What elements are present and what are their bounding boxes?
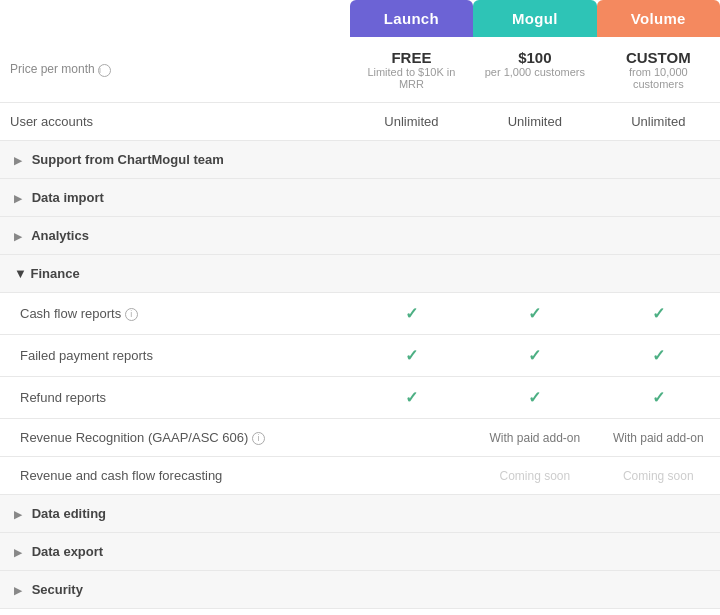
cash-flow-forecasting-row: Revenue and cash flow forecasting Coming… (0, 457, 720, 495)
arrow-right-icon-3: ▶ (14, 231, 22, 242)
mogul-cash-flow: ✓ (473, 293, 596, 335)
section-data-editing-label[interactable]: ▶ Data editing (0, 495, 720, 533)
section-analytics[interactable]: ▶ Analytics (0, 217, 720, 255)
mogul-failed-payment: ✓ (473, 335, 596, 377)
cash-flow-label: Cash flow reports i (0, 293, 350, 335)
revenue-recognition-info-icon[interactable]: i (252, 432, 265, 445)
cash-flow-reports-row: Cash flow reports i ✓ ✓ ✓ (0, 293, 720, 335)
pricing-container: Launch Mogul Volume Price per month i FR… (0, 0, 720, 609)
launch-label: Launch (350, 0, 473, 37)
launch-check-icon: ✓ (405, 305, 418, 322)
pricing-table: Launch Mogul Volume Price per month i FR… (0, 0, 720, 609)
launch-forecasting (350, 457, 473, 495)
section-data-export[interactable]: ▶ Data export (0, 533, 720, 571)
mogul-paid-addon: With paid add-on (489, 431, 580, 445)
volume-revenue-recognition: With paid add-on (597, 419, 720, 457)
volume-price-cell: CUSTOM from 10,000 customers (597, 37, 720, 103)
arrow-right-icon-2: ▶ (14, 193, 22, 204)
mogul-price-sub: per 1,000 customers (483, 66, 586, 78)
arrow-right-icon-5: ▶ (14, 547, 22, 558)
cash-flow-forecasting-label: Revenue and cash flow forecasting (0, 457, 350, 495)
price-info-icon[interactable]: i (98, 64, 111, 77)
volume-forecasting: Coming soon (597, 457, 720, 495)
section-support[interactable]: ▶ Support from ChartMogul team (0, 141, 720, 179)
volume-plan-header: Volume (597, 0, 720, 37)
section-data-editing[interactable]: ▶ Data editing (0, 495, 720, 533)
section-security[interactable]: ▶ Security (0, 571, 720, 609)
mogul-forecasting: Coming soon (473, 457, 596, 495)
plan-header-row: Launch Mogul Volume (0, 0, 720, 37)
volume-cash-flow: ✓ (597, 293, 720, 335)
section-finance-label[interactable]: ▼ Finance (0, 255, 720, 293)
volume-paid-addon: With paid add-on (613, 431, 704, 445)
cash-flow-info-icon[interactable]: i (125, 308, 138, 321)
launch-cash-flow: ✓ (350, 293, 473, 335)
launch-user-accounts: Unlimited (350, 103, 473, 141)
volume-refund: ✓ (597, 377, 720, 419)
launch-plan-header: Launch (350, 0, 473, 37)
section-support-label[interactable]: ▶ Support from ChartMogul team (0, 141, 720, 179)
mogul-coming-soon: Coming soon (499, 469, 570, 483)
arrow-down-icon: ▼ (14, 266, 27, 281)
price-row: Price per month i FREE Limited to $10K i… (0, 37, 720, 103)
mogul-revenue-recognition: With paid add-on (473, 419, 596, 457)
revenue-recognition-label: Revenue Recognition (GAAP/ASC 606) i (0, 419, 350, 457)
launch-price-main: FREE (360, 49, 463, 66)
failed-payment-reports-row: Failed payment reports ✓ ✓ ✓ (0, 335, 720, 377)
user-accounts-label: User accounts (0, 103, 350, 141)
volume-label: Volume (597, 0, 720, 37)
volume-failed-payment: ✓ (597, 335, 720, 377)
arrow-right-icon: ▶ (14, 155, 22, 166)
mogul-refund-check-icon: ✓ (528, 389, 541, 406)
volume-coming-soon: Coming soon (623, 469, 694, 483)
failed-payment-label: Failed payment reports (0, 335, 350, 377)
section-analytics-label[interactable]: ▶ Analytics (0, 217, 720, 255)
volume-refund-check-icon: ✓ (652, 389, 665, 406)
arrow-right-icon-4: ▶ (14, 509, 22, 520)
volume-user-accounts: Unlimited (597, 103, 720, 141)
revenue-recognition-row: Revenue Recognition (GAAP/ASC 606) i Wit… (0, 419, 720, 457)
mogul-price-cell: $100 per 1,000 customers (473, 37, 596, 103)
launch-failed-payment: ✓ (350, 335, 473, 377)
section-data-export-label[interactable]: ▶ Data export (0, 533, 720, 571)
mogul-check-icon: ✓ (528, 305, 541, 322)
mogul-plan-header: Mogul (473, 0, 596, 37)
mogul-refund: ✓ (473, 377, 596, 419)
section-data-import[interactable]: ▶ Data import (0, 179, 720, 217)
launch-price-cell: FREE Limited to $10K in MRR (350, 37, 473, 103)
price-label-text: Price per month (10, 62, 95, 76)
section-finance[interactable]: ▼ Finance (0, 255, 720, 293)
section-data-import-label[interactable]: ▶ Data import (0, 179, 720, 217)
launch-refund: ✓ (350, 377, 473, 419)
refund-reports-row: Refund reports ✓ ✓ ✓ (0, 377, 720, 419)
mogul-failed-check-icon: ✓ (528, 347, 541, 364)
user-accounts-row: User accounts Unlimited Unlimited Unlimi… (0, 103, 720, 141)
price-row-label: Price per month i (0, 37, 350, 103)
empty-header (0, 0, 350, 37)
volume-failed-check-icon: ✓ (652, 347, 665, 364)
launch-price-sub: Limited to $10K in MRR (360, 66, 463, 90)
mogul-label: Mogul (473, 0, 596, 37)
launch-revenue-recognition (350, 419, 473, 457)
volume-price-main: CUSTOM (607, 49, 710, 66)
launch-failed-check-icon: ✓ (405, 347, 418, 364)
arrow-right-icon-6: ▶ (14, 585, 22, 596)
volume-price-sub: from 10,000 customers (607, 66, 710, 90)
launch-refund-check-icon: ✓ (405, 389, 418, 406)
mogul-price-main: $100 (483, 49, 586, 66)
section-security-label[interactable]: ▶ Security (0, 571, 720, 609)
refund-label: Refund reports (0, 377, 350, 419)
volume-check-icon: ✓ (652, 305, 665, 322)
mogul-user-accounts: Unlimited (473, 103, 596, 141)
